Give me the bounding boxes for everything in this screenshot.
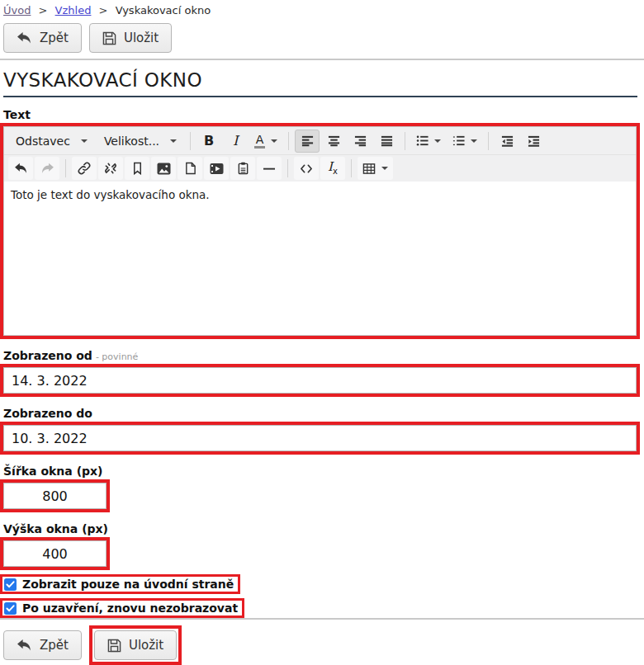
richtext-editor: Odstavec Velikost... B I A [3,126,637,336]
annotation-box-shown-to [0,422,640,455]
paste-icon [237,162,249,175]
paste-button[interactable] [230,157,255,180]
source-code-button[interactable] [294,157,319,180]
back-arrow-icon [17,31,32,45]
toolbar-separator [190,132,191,150]
back-button-label: Zpět [40,31,69,45]
clear-formatting-icon: Ix [328,161,338,176]
bullet-list-icon [416,134,429,147]
shown-from-input[interactable] [3,367,637,394]
italic-icon: I [233,133,238,149]
undo-icon [14,163,28,174]
toolbar-separator [287,159,288,177]
editor-toolbar-row-2: Ix [4,154,636,182]
table-button[interactable] [358,157,393,180]
annotation-box-shown-from [0,364,640,397]
bottom-action-bar: Zpět Uložit [0,620,644,665]
save-button-label: Uložit [124,31,159,45]
align-center-icon [328,134,340,147]
breadcrumb-separator: > [99,4,108,17]
checkmark-icon [6,605,15,612]
clear-formatting-button[interactable]: Ix [320,157,345,180]
align-justify-button[interactable] [374,130,399,153]
chevron-down-icon [170,139,177,143]
chevron-down-icon [381,167,388,170]
save-button-bottom[interactable]: Uložit [94,630,177,660]
page-title: VYSKAKOVACÍ OKNO [3,69,637,97]
back-button-bottom[interactable]: Zpět [3,630,82,660]
top-action-bar: Zpět Uložit [0,17,644,59]
save-button-label: Uložit [129,638,163,653]
text-color-button[interactable]: A [249,130,282,153]
no-reshow-label[interactable]: Po uzavření, znovu nezobrazovat [22,601,238,615]
editor-toolbar-row-1: Odstavec Velikost... B I A [4,127,636,154]
back-arrow-icon [17,639,32,652]
homepage-only-checkbox[interactable] [4,578,17,591]
indent-icon [528,134,540,147]
italic-button[interactable]: I [223,130,248,153]
anchor-icon [131,162,144,175]
window-height-input[interactable] [3,540,107,567]
redo-button[interactable] [35,157,59,180]
font-size-select[interactable]: Velikost... [97,130,184,153]
breadcrumb-link-appearance[interactable]: Vzhled [55,4,92,17]
numbered-list-button[interactable] [447,130,482,153]
image-icon [157,163,171,175]
chevron-down-icon [81,139,88,143]
toolbar-separator [351,159,352,177]
chevron-down-icon [471,139,477,143]
save-button[interactable]: Uložit [89,23,172,53]
table-icon [362,163,376,175]
paragraph-format-label: Odstavec [16,134,70,148]
window-width-input[interactable] [3,483,107,509]
horizontal-rule-icon [263,163,276,175]
back-button-label: Zpět [40,638,69,653]
outdent-icon [501,134,514,147]
required-note: - povinné [96,351,138,362]
toolbar-separator [488,132,489,150]
window-height-label: Výška okna (px) [3,522,644,535]
outdent-button[interactable] [495,130,519,153]
annotation-box-editor: Odstavec Velikost... B I A [0,123,640,339]
checkmark-icon [6,581,15,588]
back-button[interactable]: Zpět [3,23,82,53]
horizontal-rule-button[interactable] [257,157,282,180]
indent-button[interactable] [521,130,546,153]
link-icon [78,162,91,175]
insert-page-button[interactable] [178,157,202,180]
align-center-button[interactable] [321,130,346,153]
align-right-icon [354,134,367,147]
toolbar-separator [65,159,66,177]
annotation-box-save: Uložit [89,625,182,665]
bold-button[interactable]: B [197,130,221,153]
annotation-box-window-height [0,537,110,570]
text-color-icon: A [254,134,265,149]
chevron-down-icon [434,139,441,143]
insert-image-button[interactable] [151,157,176,180]
breadcrumb-current: Vyskakovací okno [116,4,211,17]
undo-button[interactable] [8,157,33,180]
anchor-button[interactable] [125,157,149,180]
paragraph-format-select[interactable]: Odstavec [8,130,95,153]
insert-media-button[interactable] [204,157,229,180]
editor-content-area[interactable]: Toto je text do vyskakovacího okna. [4,182,636,335]
unlink-icon [104,162,117,175]
code-icon [300,163,313,175]
floppy-disk-icon [102,31,116,45]
shown-to-label: Zobrazeno do [3,407,644,420]
numbered-list-icon [452,134,465,147]
homepage-only-label[interactable]: Zobrazit pouze na úvodní straně [22,578,234,591]
bold-icon: B [204,133,214,149]
remove-link-button[interactable] [98,157,123,180]
insert-link-button[interactable] [72,157,97,180]
annotation-box-homepage-only: Zobrazit pouze na úvodní straně [0,574,240,594]
page-icon [184,162,197,175]
align-left-button[interactable] [295,130,320,153]
shown-to-input[interactable] [3,425,637,451]
bullet-list-button[interactable] [411,130,446,153]
media-icon [210,163,224,175]
align-right-button[interactable] [348,130,372,153]
breadcrumb-link-home[interactable]: Úvod [3,4,31,17]
align-justify-icon [381,134,393,147]
no-reshow-checkbox[interactable] [4,602,17,615]
